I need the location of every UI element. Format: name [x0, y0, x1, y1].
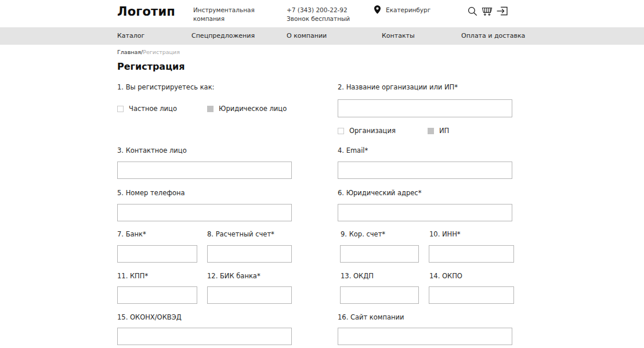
legal-address-input[interactable] [338, 204, 512, 221]
page-title: Регистрация [117, 61, 185, 72]
login-button[interactable] [496, 5, 508, 17]
corr-account-input[interactable] [340, 245, 419, 263]
tagline-line-1: Инструментальная [193, 6, 255, 15]
logo[interactable]: Логотип [117, 5, 175, 19]
nav-item-about[interactable]: О компании [287, 27, 327, 45]
city-selector[interactable]: Екатеринбург [374, 5, 430, 14]
nav-item-catalog[interactable]: Каталог [117, 27, 144, 45]
checkbox-private-person[interactable] [117, 106, 124, 112]
field-label-corr-account: 9. Кор. счет* [341, 230, 385, 238]
field-label-register-as: 1. Вы регистрируетесь как: [117, 83, 214, 91]
nav-item-payment-delivery[interactable]: Оплата и доставка [461, 27, 525, 45]
field-label-okdp: 13. ОКДП [341, 272, 374, 280]
cart-button[interactable] [481, 5, 493, 17]
field-label-organization-name: 2. Название организации или ИП* [338, 83, 458, 91]
field-label-okpo: 14. ОКПО [429, 272, 462, 280]
phone-number[interactable]: +7 (343) 200-22-92 [287, 6, 350, 15]
city-label: Екатеринбург [386, 6, 430, 13]
email-input[interactable] [338, 162, 512, 179]
option-ip[interactable]: ИП [428, 127, 449, 135]
checkbox-label-organization[interactable]: Организация [349, 127, 396, 135]
breadcrumb-home[interactable]: Главная [117, 49, 141, 55]
breadcrumb-current: Регистрация [143, 49, 180, 55]
search-icon [468, 6, 477, 16]
field-label-company-site: 16. Сайт компании [338, 313, 404, 321]
field-label-okonh-okved: 15. ОКОНХ/ОКВЭД [117, 313, 182, 321]
nav-item-contacts[interactable]: Контакты [382, 27, 415, 45]
nav-item-specials[interactable]: Спецпредложения [191, 27, 255, 45]
company-tagline: Инструментальная компания [193, 6, 255, 23]
kpp-input[interactable] [117, 286, 197, 304]
field-label-inn: 10. ИНН* [429, 230, 461, 238]
contact-person-input[interactable] [117, 162, 292, 179]
phone-block: +7 (343) 200-22-92 Звонок бесплатный [287, 6, 350, 23]
checkbox-label-legal-entity[interactable]: Юридическое лицо [219, 105, 287, 113]
field-label-kpp: 11. КПП* [117, 272, 148, 280]
settlement-account-input[interactable] [207, 245, 292, 263]
main-nav: Каталог Спецпредложения О компании Конта… [0, 27, 644, 45]
okdp-input[interactable] [340, 286, 419, 304]
bank-input[interactable] [117, 245, 197, 263]
phone-number-input[interactable] [117, 204, 292, 221]
field-label-bank: 7. Банк* [117, 230, 146, 238]
okpo-input[interactable] [429, 286, 514, 304]
option-organization[interactable]: Организация [338, 127, 396, 135]
checkbox-label-private-person[interactable]: Частное лицо [129, 105, 177, 113]
field-label-settlement-account: 8. Расчетный счет* [207, 230, 274, 238]
phone-note: Звонок бесплатный [287, 15, 350, 23]
field-label-legal-address: 6. Юридический адрес* [338, 189, 421, 197]
okonh-okved-input[interactable] [117, 328, 292, 345]
field-label-email: 4. Email* [338, 146, 368, 155]
checkbox-label-ip[interactable]: ИП [439, 127, 449, 135]
option-legal-entity[interactable]: Юридическое лицо [207, 105, 287, 113]
location-pin-icon [374, 5, 381, 14]
search-button[interactable] [466, 5, 478, 17]
checkbox-ip[interactable] [428, 128, 434, 134]
inn-input[interactable] [429, 245, 514, 263]
bik-input[interactable] [207, 286, 292, 304]
option-private-person[interactable]: Частное лицо [117, 105, 177, 113]
breadcrumb: Главная/Регистрация [117, 49, 180, 55]
company-site-input[interactable] [338, 328, 512, 345]
checkbox-legal-entity[interactable] [207, 106, 214, 112]
login-icon [497, 6, 508, 16]
tagline-line-2: компания [193, 15, 255, 23]
cart-icon [482, 6, 493, 16]
checkbox-organization[interactable] [338, 128, 344, 134]
field-label-bik: 12. БИК банка* [207, 272, 261, 280]
organization-name-input[interactable] [338, 99, 512, 117]
field-label-contact-person: 3. Контактное лицо [117, 146, 187, 155]
field-label-phone-number: 5. Номер телефона [117, 189, 185, 197]
